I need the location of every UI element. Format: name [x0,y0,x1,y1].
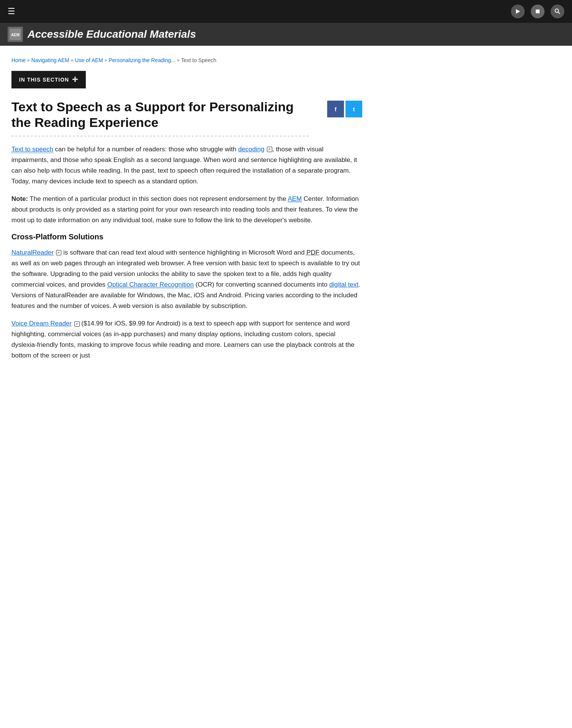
text-to-speech-link[interactable]: Text to speech [11,146,53,153]
logo-icon: AEM [8,27,23,42]
naturalreader-paragraph: NaturalReader is software that can read … [11,247,362,311]
svg-text:AEM: AEM [11,33,19,37]
stop-button[interactable] [531,5,545,18]
logo-svg: AEM [10,29,21,40]
breadcrumb-sep-1: » [27,58,30,63]
breadcrumb-sep-2: » [71,58,74,63]
play-icon [515,9,521,14]
header-left: ☰ [8,6,15,16]
plus-icon: ✛ [72,75,78,84]
decoding-link[interactable]: decoding [238,146,264,153]
search-icon [554,8,561,14]
stop-icon [535,9,540,14]
logo-bar: AEM Accessible Educational Materials [0,23,572,46]
breadcrumb-use-of-aem[interactable]: Use of AEM [75,57,103,63]
voice-dream-paragraph: Voice Dream Reader ($14.99 for iOS, $9.9… [11,318,362,361]
breadcrumb-home[interactable]: Home [11,57,26,63]
aem-center-link[interactable]: AEM [288,195,302,203]
page-title-area: Text to Speech as a Support for Personal… [11,99,362,130]
in-this-section-button[interactable]: IN THIS SECTION ✛ [11,71,86,88]
svg-line-3 [558,12,560,14]
main-content: Home » Navigating AEM » Use of AEM » Per… [0,46,374,383]
breadcrumb-sep-3: » [104,58,107,63]
breadcrumb-navigating-aem[interactable]: Navigating AEM [31,57,69,63]
digital-text-link[interactable]: digital text [329,281,358,288]
twitter-share-button[interactable]: t [345,101,362,117]
cross-platform-heading: Cross-Platform Solutions [11,233,362,241]
hamburger-icon[interactable]: ☰ [8,6,15,16]
header-right [511,5,564,18]
search-button[interactable] [551,5,564,18]
svg-marker-0 [516,9,520,14]
social-buttons: f t [327,101,362,117]
naturalreader-ext-icon [56,250,61,255]
note-paragraph: Note: The mention of a particular produc… [11,194,362,226]
ocr-link[interactable]: Optical Character Recognition [107,281,194,289]
voice-dream-link[interactable]: Voice Dream Reader [11,320,72,327]
logo-title: Accessible Educational Materials [27,28,196,40]
decoding-ext-icon [267,147,272,152]
breadcrumb-personalizing[interactable]: Personalizing the Reading... [109,57,175,63]
naturalreader-link[interactable]: NaturalReader [11,249,54,256]
svg-rect-1 [536,10,540,13]
breadcrumb: Home » Navigating AEM » Use of AEM » Per… [11,57,362,63]
svg-point-2 [555,9,559,13]
breadcrumb-current: Text to Speech [181,57,217,63]
voice-dream-ext-icon [74,321,80,327]
site-header: ☰ [0,0,572,23]
note-label: Note: [11,195,28,202]
title-divider [11,136,309,136]
facebook-share-button[interactable]: f [327,101,344,117]
in-this-section-label: IN THIS SECTION [19,77,69,83]
pdf-abbr: PDF [307,249,320,256]
intro-paragraph: Text to speech can be helpful for a numb… [11,144,362,187]
breadcrumb-sep-4: » [177,58,180,63]
page-title: Text to Speech as a Support for Personal… [11,99,301,130]
play-button[interactable] [511,5,525,18]
